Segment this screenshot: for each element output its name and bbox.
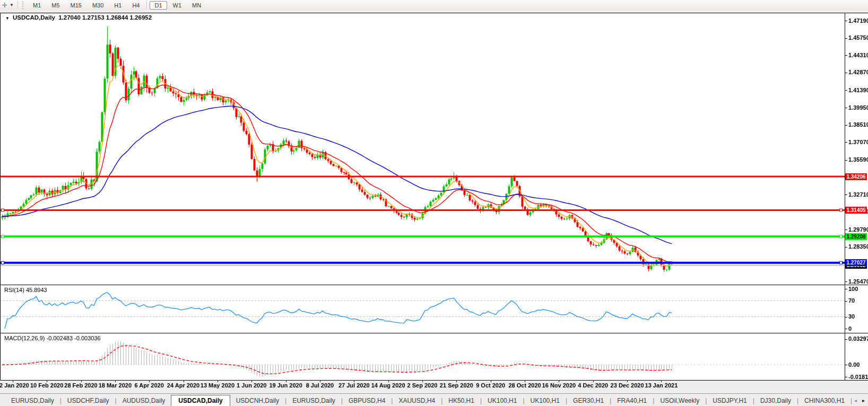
rsi-axis-tick: 0 [848,325,852,332]
date-axis-label[interactable]: 13 Jan 2021 [645,382,678,389]
rsi-axis-tick: 30 [848,313,855,320]
macd-indicator-label: MACD(12,26,9) -0.002483 -0.003036 [4,335,101,341]
date-axis-label[interactable]: 18 Mar 2020 [99,382,132,389]
price-axis-tick: 1.29790 [848,226,868,233]
crosshair-cursor-icon[interactable]: ✛ [2,2,7,9]
timeframe-button-group: M1M5M15M30H1H4D1W1MN [28,1,206,10]
chart-symbol-label: USDCAD,Daily [13,14,55,21]
chart-tab-gbpusd-h4[interactable]: GBPUSD,H4 [343,395,391,406]
toolbar-separator [146,1,147,9]
chart-tab-uk100-h1[interactable]: UK100,H1 [482,395,523,406]
date-axis-label[interactable]: 8 Jul 2020 [306,382,334,389]
tab-scroll-right-icon[interactable]: ▸ [862,398,865,403]
chart-ohlc-label: 1.27040 1.27153 1.26844 1.26952 [58,14,152,21]
date-axis-label[interactable]: 23 Dec 2020 [611,382,644,389]
date-axis-label[interactable]: 4 Dec 2020 [578,382,608,389]
rsi-axis-tick: 70 [848,297,855,304]
price-axis-tick: 1.41390 [848,87,868,93]
chart-tab-xauusd-h4[interactable]: XAUUSD,H4 [393,395,441,406]
price-axis-tick: 1.45750 [848,34,868,41]
chart-tab-usdcnh-daily[interactable]: USDCNH,Daily [230,395,285,406]
date-axis-label[interactable]: 22 Jan 2020 [0,382,29,389]
price-line-label: 1.27027 [845,259,867,266]
chart-tab-eurusd-daily[interactable]: EURUSD,Daily [5,395,60,406]
mt4-window: ✛ ▼ M1M5M15M30H1H4D1W1MN ▼USDCAD,Daily 1… [0,0,868,406]
chart-tab-audusd-daily[interactable]: AUDUSD,Daily [117,395,171,406]
date-axis-label[interactable]: 16 Nov 2020 [542,382,576,389]
chart-tab-china300-h1[interactable]: CHINA300,H1 [798,395,850,406]
rsi-axis-tick: 100 [848,286,858,292]
chart-tab-dj30-daily[interactable]: DJ30,Daily [754,395,797,406]
chart-tab-ger30-h1[interactable]: GER30,H1 [567,395,610,406]
chart-tab-fra40-h1[interactable]: FRA40,H1 [611,395,653,406]
rsi-indicator-label: RSI(14) 45.8943 [4,287,47,293]
price-axis-tick: 1.25470 [848,278,868,285]
date-axis-label[interactable]: 9 Oct 2020 [476,382,505,389]
tab-scroll-controls: ◂ ▸ [854,394,868,406]
price-axis-tick: 1.39950 [848,104,868,111]
date-axis-label[interactable]: 1 Jun 2020 [237,382,266,389]
chart-tab-usoil-weekly[interactable]: USOil,Weekly [654,395,705,406]
macd-axis-tick: 0.00 [848,361,860,368]
toolbar: ✛ ▼ M1M5M15M30H1H4D1W1MN [0,0,868,10]
price-line-label: 1.34206 [845,173,867,180]
date-axis-label[interactable]: 2 Sep 2020 [407,382,438,389]
date-axis-label[interactable]: 27 Jul 2020 [338,382,370,389]
timeframe-button-m15[interactable]: M15 [66,1,86,10]
price-axis-tick: 1.32710 [848,191,868,198]
toolbar-grip-handle[interactable] [22,2,25,9]
price-axis-tick: 1.42870 [848,69,868,75]
date-axis-label[interactable]: 28 Oct 2020 [508,382,541,389]
chart-title: ▼USDCAD,Daily 1.27040 1.27153 1.26844 1.… [5,14,152,21]
date-axis-label[interactable]: 13 May 2020 [201,382,235,389]
chart-tab-usdcad-daily[interactable]: USDCAD,Daily [171,395,230,406]
timeframe-button-m1[interactable]: M1 [28,1,46,10]
chart-tab-eurusd-daily[interactable]: EURUSD,Daily [287,395,341,406]
chart-tab-usdchf-daily[interactable]: USDCHF,Daily [62,395,115,406]
price-axis-tick: 1.47190 [848,17,868,24]
price-line-label: 1.31405 [845,207,867,214]
timeframe-button-h1[interactable]: H1 [109,1,126,10]
timeframe-button-mn[interactable]: MN [187,1,206,10]
toolbar-separator [18,1,19,9]
chart-tab-bar: EURUSD,Daily|USDCHF,Daily|AUDUSD,DailyUS… [0,393,868,406]
date-axis-label[interactable]: 14 Aug 2020 [371,382,405,389]
chart-tab-usdjpy-h1[interactable]: USDJPY,H1 [707,395,752,406]
cursor-dropdown-icon[interactable]: ▼ [10,3,14,7]
price-axis-tick: 1.35590 [848,156,868,163]
timeframe-button-d1[interactable]: D1 [150,1,167,10]
chart-tabs: EURUSD,Daily|USDCHF,Daily|AUDUSD,DailyUS… [0,394,854,406]
price-axis-tick: 1.44310 [848,52,868,58]
chart-tab-hk50-h1[interactable]: HK50,H1 [442,395,480,406]
price-chart-canvas[interactable] [0,0,868,406]
timeframe-button-w1[interactable]: W1 [168,1,187,10]
price-line-label: 1.29208 [845,233,867,240]
macd-axis-tick: 0.032972 [848,336,868,342]
date-axis-label[interactable]: 6 Apr 2020 [135,382,164,389]
timeframe-button-m30[interactable]: M30 [88,1,108,10]
date-axis-label[interactable]: 28 Feb 2020 [64,382,97,389]
date-axis-label[interactable]: 24 Apr 2020 [167,382,199,389]
price-axis-tick: 1.37070 [848,139,868,145]
timeframe-button-h4[interactable]: H4 [127,1,144,10]
tab-scroll-left-icon[interactable]: ◂ [854,398,857,403]
macd-axis-tick: -0.018154 [848,374,868,380]
chart-collapse-icon[interactable]: ▼ [5,16,10,21]
date-axis-label[interactable]: 21 Sep 2020 [440,382,473,389]
price-axis-tick: 1.28350 [848,243,868,250]
timeframe-button-m5[interactable]: M5 [47,1,64,10]
date-axis-label[interactable]: 19 Jun 2020 [269,382,302,389]
chart-tab-uk100-h1[interactable]: UK100,H1 [525,395,566,406]
price-axis-tick: 1.38510 [848,121,868,128]
date-axis-label[interactable]: 10 Feb 2020 [30,382,63,389]
